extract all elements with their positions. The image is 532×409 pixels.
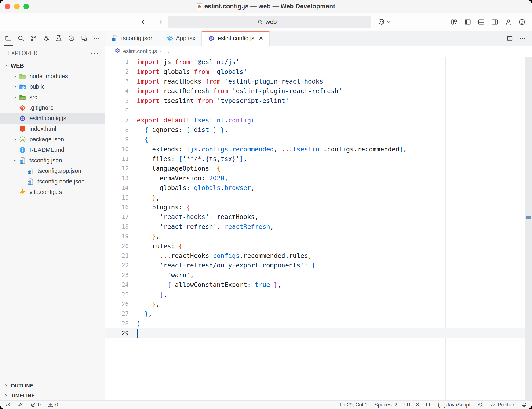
tab-App.tsx[interactable]: App.tsx: [160, 31, 202, 46]
tab-tsconfig.json[interactable]: TStsconfig.json: [105, 31, 160, 46]
tree-item-index.html[interactable]: 5index.html: [0, 123, 105, 134]
minimize-window-button[interactable]: [14, 4, 20, 9]
toggle-sidebar-right-button[interactable]: [491, 18, 499, 26]
code-line-6[interactable]: 6: [105, 105, 525, 115]
code-line-17[interactable]: 17 'react-hooks': reactHooks,: [105, 212, 525, 222]
code-line-28[interactable]: 28): [105, 319, 525, 328]
status-item-prettier[interactable]: Prettier: [490, 402, 514, 408]
activity-gauge[interactable]: [66, 31, 76, 46]
tree-item-eslint.config.js[interactable]: eslint.config.js: [0, 113, 105, 123]
activity-explorer-folder[interactable]: [3, 31, 14, 46]
code-line-24[interactable]: 24 { allowConstantExport: true },: [105, 280, 525, 289]
code-line-4[interactable]: 4import reactRefresh from 'eslint-plugin…: [105, 86, 525, 96]
code-line-27[interactable]: 27 },: [105, 309, 525, 318]
chevron-down-icon: [12, 158, 19, 163]
toggle-sidebar-left-button[interactable]: [464, 18, 472, 26]
status-item-utf-8[interactable]: UTF-8: [404, 402, 419, 408]
status-item-0[interactable]: 0: [48, 402, 58, 408]
activity-debug-bug[interactable]: [41, 31, 51, 46]
explorer-more-icon[interactable]: ···: [91, 52, 99, 54]
code-line-21[interactable]: 21 ...reactHooks.configs.recommended.rul…: [105, 251, 525, 260]
tree-item-tsconfig.json[interactable]: TStsconfig.json: [0, 155, 105, 166]
account-button[interactable]: [504, 18, 512, 26]
breadcrumb[interactable]: eslint.config.js › …: [105, 46, 532, 57]
toggle-panel-button[interactable]: [477, 18, 485, 26]
back-icon[interactable]: [140, 18, 148, 26]
activity-search[interactable]: [16, 31, 26, 46]
tree-item-README.md[interactable]: README.md: [0, 145, 105, 155]
code-line-7[interactable]: 7export default tseslint.config(: [105, 115, 525, 125]
breadcrumb-separator: ›: [160, 48, 161, 54]
editor-scrollbar[interactable]: [525, 57, 532, 400]
zoom-window-button[interactable]: [23, 4, 29, 9]
line-number: 21: [105, 252, 129, 259]
breadcrumb-more[interactable]: …: [164, 48, 170, 55]
breadcrumb-file[interactable]: eslint.config.js: [123, 48, 157, 55]
command-center-search[interactable]: [168, 16, 371, 28]
status-item-ln-29-col-1[interactable]: Ln 29, Col 1: [340, 402, 367, 408]
feedback-smiley-button[interactable]: [518, 18, 526, 26]
status-item-bell[interactable]: [521, 402, 527, 408]
line-number: 27: [105, 310, 129, 317]
tree-item-tsconfig.app.json[interactable]: TStsconfig.app.json: [0, 166, 105, 176]
text-cursor: [137, 328, 138, 338]
activity-source-control[interactable]: [28, 31, 39, 46]
customize-layout-button[interactable]: [450, 18, 458, 26]
line-number: 29: [105, 330, 129, 336]
breadcrumb-file-icon: [115, 48, 120, 55]
tree-item-node_modules[interactable]: node_modules: [0, 71, 105, 81]
code-line-26[interactable]: 26 },: [105, 299, 525, 309]
activity-extensions[interactable]: [79, 31, 89, 46]
code-line-3[interactable]: 3import reactHooks from 'eslint-plugin-r…: [105, 76, 525, 86]
code-line-23[interactable]: 23 'warn',: [105, 270, 525, 280]
search-input[interactable]: [266, 18, 282, 26]
tree-item-package.json[interactable]: JSpackage.json: [0, 134, 105, 145]
code-editor[interactable]: 1import js from '@eslint/js'2import glob…: [105, 57, 532, 400]
code-line-16[interactable]: 16 plugins: {: [105, 202, 525, 212]
code-line-20[interactable]: 20 rules: {: [105, 241, 525, 251]
more-ellipsis-icon[interactable]: [519, 35, 526, 42]
code-line-25[interactable]: 25 ],: [105, 289, 525, 299]
tree-item-tsconfig.node.json[interactable]: TStsconfig.node.json: [0, 176, 105, 187]
close-window-button[interactable]: [5, 4, 10, 9]
tree-item-.gitignore[interactable]: .gitignore: [0, 102, 105, 113]
tree-item-src[interactable]: </>src: [0, 92, 105, 102]
tree-item-public[interactable]: public: [0, 81, 105, 92]
section-timeline[interactable]: TIMELINE: [0, 390, 105, 400]
activity-more-ellipsis[interactable]: [92, 31, 102, 46]
code-line-9[interactable]: 9 {: [105, 135, 525, 144]
status-item-spaces-2[interactable]: Spaces: 2: [375, 402, 397, 408]
tree-item-vite.config.ts[interactable]: vite.config.ts: [0, 187, 105, 197]
code-line-8[interactable]: 8 { ignores: ['dist'] },: [105, 125, 525, 135]
code-line-15[interactable]: 15 },: [105, 193, 525, 202]
code-line-11[interactable]: 11 files: ['**/*.{ts,tsx}'],: [105, 154, 525, 164]
activity-testing-beaker[interactable]: [54, 31, 64, 46]
tab-eslint.config.js[interactable]: eslint.config.js✕: [202, 31, 269, 46]
code-line-29[interactable]: 29: [105, 328, 525, 338]
code-text: import reactRefresh from 'eslint-plugin-…: [129, 87, 342, 94]
forward-icon[interactable]: [155, 18, 163, 26]
status-item-copilot[interactable]: [477, 402, 483, 408]
status-label: Spaces: 2: [375, 402, 397, 408]
status-item-0[interactable]: 0: [30, 402, 41, 408]
status-item-lf[interactable]: LF: [426, 402, 432, 408]
code-line-14[interactable]: 14 globals: globals.browser,: [105, 183, 525, 193]
code-line-5[interactable]: 5import tseslint from 'typescript-eslint…: [105, 96, 525, 105]
code-line-12[interactable]: 12 languageOptions: {: [105, 164, 525, 173]
copilot-menu[interactable]: [377, 18, 391, 26]
code-line-10[interactable]: 10 extends: [js.configs.recommended, ...…: [105, 144, 525, 154]
section-outline[interactable]: OUTLINE: [0, 381, 105, 390]
status-item-rocket[interactable]: [18, 402, 23, 408]
code-line-22[interactable]: 22 'react-refresh/only-export-components…: [105, 260, 525, 270]
status-item-remote[interactable]: [5, 402, 11, 408]
split-editor-icon[interactable]: [506, 35, 513, 42]
tab-close-icon[interactable]: ✕: [258, 35, 263, 42]
code-line-19[interactable]: 19 },: [105, 232, 525, 241]
code-line-1[interactable]: 1import js from '@eslint/js': [105, 57, 525, 67]
tree-root-web[interactable]: WEB: [0, 60, 105, 71]
status-item-javascript[interactable]: { }JavaScript: [439, 402, 470, 408]
react-icon: [166, 35, 173, 42]
code-line-13[interactable]: 13 ecmaVersion: 2020,: [105, 173, 525, 183]
code-line-18[interactable]: 18 'react-refresh': reactRefresh,: [105, 222, 525, 232]
code-line-2[interactable]: 2import globals from 'globals': [105, 67, 525, 76]
